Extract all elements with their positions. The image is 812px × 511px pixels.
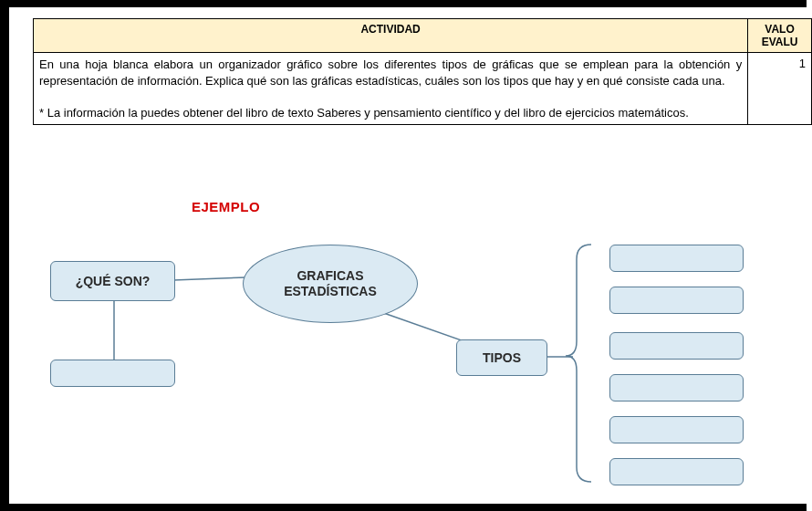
node-tipo-4 bbox=[609, 374, 744, 402]
node-tipo-3 bbox=[609, 332, 744, 360]
node-center-graficas-estadisticas: GRAFICAS ESTADÍSTICAS bbox=[243, 245, 418, 323]
svg-line-0 bbox=[173, 277, 246, 280]
node-tipo-1 bbox=[609, 245, 744, 272]
node-tipo-6 bbox=[609, 458, 744, 485]
node-tipos: TIPOS bbox=[456, 339, 547, 376]
graphic-organizer-diagram: ¿QUÉ SON? GRAFICAS ESTADÍSTICAS TIPOS bbox=[0, 0, 812, 511]
node-que-son-answer bbox=[50, 360, 175, 387]
center-line1: GRAFICAS bbox=[297, 268, 363, 283]
node-tipo-5 bbox=[609, 416, 744, 443]
center-line2: ESTADÍSTICAS bbox=[284, 284, 377, 298]
node-que-son: ¿QUÉ SON? bbox=[50, 261, 175, 301]
document-page: ACTIVIDAD VALO EVALU En una hoja blanca … bbox=[0, 0, 812, 511]
node-tipo-2 bbox=[609, 287, 744, 314]
